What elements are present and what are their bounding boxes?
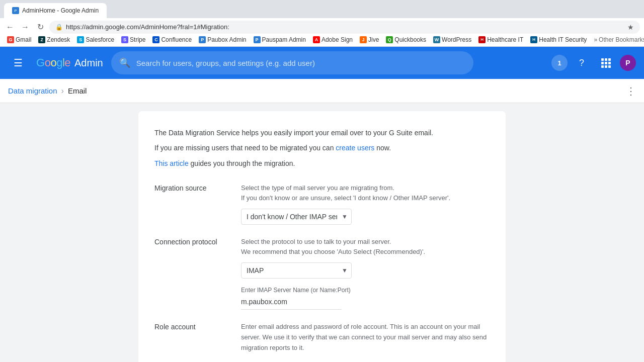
bookmark-confluence[interactable]: C Confluence — [149, 35, 195, 44]
forward-button[interactable]: → — [19, 21, 31, 33]
connection-protocol-select-wrapper: IMAP Auto Select (Recommended) POP3 ▼ — [241, 262, 352, 279]
role-account-row: Role account Enter email address and pas… — [154, 322, 490, 362]
breadcrumb-parent[interactable]: Data migration — [8, 86, 57, 95]
google-logo-text: Google — [36, 56, 70, 69]
bookmark-label: Health IT Security — [539, 36, 587, 43]
search-input[interactable] — [136, 59, 465, 67]
bookmark-health-it-security[interactable]: H Health IT Security — [527, 35, 590, 44]
bookmark-stripe[interactable]: S Stripe — [118, 35, 148, 44]
address-bar[interactable]: 🔒 https://admin.google.com/AdminHome?fra… — [49, 21, 640, 34]
bookmark-label: Quickbooks — [394, 36, 426, 43]
imap-server-input[interactable] — [241, 296, 342, 310]
reload-button[interactable]: ↻ — [34, 21, 46, 33]
migration-card: The Data Migration Service helps you eas… — [138, 111, 506, 362]
bookmark-label: Other Bookmarks — [599, 36, 644, 43]
intro-text-2: If you are missing users that need to be… — [154, 142, 490, 153]
svg-rect-8 — [608, 65, 611, 68]
connection-protocol-row: Connection protocol Select the protocol … — [154, 237, 490, 310]
help-button[interactable]: ? — [572, 53, 592, 73]
migration-source-field: Select the type of mail server you are m… — [241, 183, 490, 225]
bookmarks-bar: G Gmail Z Zendesk S Salesforce S Stripe … — [0, 33, 644, 47]
bookmark-quickbooks[interactable]: Q Quickbooks — [383, 35, 429, 44]
svg-rect-4 — [605, 62, 607, 64]
bookmark-salesforce[interactable]: S Salesforce — [74, 35, 117, 44]
back-button[interactable]: ← — [4, 21, 16, 33]
admin-header: ☰ Google Admin 🔍 1 ? P — [0, 47, 644, 79]
healthcare-icon: H — [478, 36, 486, 43]
bookmark-label: Salesforce — [86, 36, 114, 43]
this-article-link[interactable]: This article — [154, 159, 189, 167]
bookmark-healthcare-it[interactable]: H Healthcare IT — [475, 35, 526, 44]
google-admin-logo: Google Admin — [36, 56, 103, 69]
bookmark-label: Healthcare IT — [487, 36, 523, 43]
bookmark-label: Gmail — [16, 36, 31, 43]
svg-rect-6 — [601, 65, 604, 68]
tab-favicon: P — [12, 7, 19, 14]
adobe-icon: A — [313, 36, 320, 43]
url-text: https://admin.google.com/AdminHome?fral=… — [66, 23, 229, 31]
bookmark-paubox-admin[interactable]: P Paubox Admin — [196, 35, 249, 44]
intro-text-3: This article guides you through the migr… — [154, 158, 490, 169]
bookmark-label: Jive — [368, 36, 379, 43]
connection-protocol-field: Select the protocol to use to talk to yo… — [241, 237, 490, 310]
bookmark-wordpress[interactable]: W WordPress — [430, 35, 474, 44]
create-users-link[interactable]: create users — [336, 144, 374, 152]
bookmark-label: Confluence — [161, 36, 192, 43]
search-icon: 🔍 — [119, 57, 130, 68]
zendesk-icon: Z — [38, 36, 45, 43]
search-bar[interactable]: 🔍 — [111, 51, 473, 74]
menu-icon[interactable]: ☰ — [8, 53, 28, 73]
lock-icon: 🔒 — [55, 24, 63, 31]
imap-server-group: Enter IMAP Server Name (or Name:Port) — [241, 287, 490, 310]
more-options-button[interactable]: ⋮ — [626, 85, 636, 97]
bookmark-jive[interactable]: J Jive — [357, 35, 382, 44]
migration-source-select[interactable]: I don't know / Other IMAP server Microso… — [241, 209, 352, 225]
role-account-field: Enter email address and password of role… — [241, 322, 490, 362]
wordpress-icon: W — [433, 36, 440, 43]
bookmark-label: Zendesk — [47, 36, 70, 43]
breadcrumb-separator: › — [61, 86, 64, 96]
salesforce-icon: S — [77, 36, 84, 43]
paubox-admin-icon: P — [199, 36, 206, 43]
healthit-security-icon: H — [530, 36, 537, 43]
active-tab[interactable]: P AdminHome - Google Admin — [4, 3, 107, 18]
user-avatar[interactable]: P — [620, 55, 636, 71]
apps-button[interactable] — [596, 53, 616, 73]
migration-source-select-wrapper: I don't know / Other IMAP server Microso… — [241, 209, 352, 225]
migration-source-desc: Select the type of mail server you are m… — [241, 183, 490, 203]
svg-rect-7 — [605, 65, 607, 68]
gmail-icon: G — [7, 36, 14, 43]
breadcrumb-current: Email — [68, 86, 87, 95]
role-account-desc: Enter email address and password of role… — [241, 322, 490, 353]
bookmark-label: Adobe Sign — [321, 36, 353, 43]
svg-rect-3 — [601, 62, 604, 64]
bookmark-gmail[interactable]: G Gmail — [4, 35, 34, 44]
stripe-icon: S — [121, 36, 128, 43]
bookmark-star-icon[interactable]: ★ — [627, 23, 634, 31]
bookmark-label: Pauspam Admin — [262, 36, 306, 43]
breadcrumb-bar: Data migration › Email ⋮ — [0, 79, 644, 103]
connection-protocol-select[interactable]: IMAP Auto Select (Recommended) POP3 — [241, 262, 352, 279]
bookmark-other[interactable]: » Other Bookmarks — [591, 35, 644, 44]
migration-source-row: Migration source Select the type of mail… — [154, 183, 490, 225]
pauspam-admin-icon: P — [254, 36, 261, 43]
header-actions: 1 ? P — [551, 53, 636, 73]
connection-protocol-label: Connection protocol — [154, 237, 225, 310]
svg-rect-5 — [608, 62, 611, 64]
tab-title: AdminHome - Google Admin — [22, 7, 99, 14]
intro-text-1: The Data Migration Service helps you eas… — [154, 127, 490, 138]
bookmark-label: Paubox Admin — [207, 36, 246, 43]
role-account-label: Role account — [154, 322, 225, 362]
bookmark-label: Stripe — [130, 36, 145, 43]
main-content: The Data Migration Service helps you eas… — [0, 103, 644, 362]
svg-rect-1 — [605, 58, 607, 61]
bookmark-pauspam-admin[interactable]: P Pauspam Admin — [251, 35, 309, 44]
svg-rect-0 — [601, 58, 604, 61]
bookmark-label: WordPress — [442, 36, 471, 43]
support-count[interactable]: 1 — [551, 55, 568, 71]
bookmark-adobe[interactable]: A Adobe Sign — [310, 35, 356, 44]
other-bookmarks-icon: » — [594, 36, 597, 43]
migration-source-label: Migration source — [154, 183, 225, 225]
bookmark-zendesk[interactable]: Z Zendesk — [35, 35, 73, 44]
imap-server-label: Enter IMAP Server Name (or Name:Port) — [241, 287, 490, 294]
